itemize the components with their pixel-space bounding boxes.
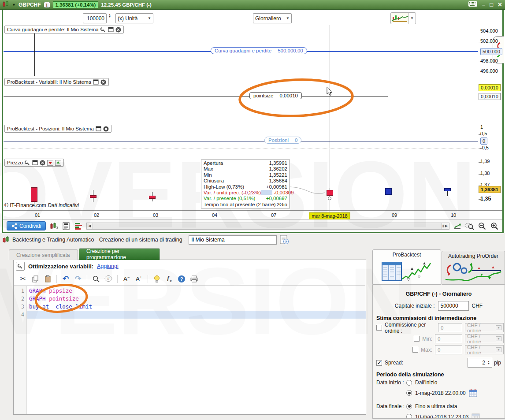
chart-type-button[interactable]: ▼ xyxy=(390,12,416,24)
code-argument: pipsize xyxy=(49,287,72,294)
optimization-wrench-button[interactable] xyxy=(16,262,25,271)
commission-value-input[interactable]: 0 xyxy=(435,345,462,354)
commission-row: Min:0CHF / ordine▼ xyxy=(376,333,505,344)
start-date-radio[interactable] xyxy=(406,390,412,396)
search-icon[interactable] xyxy=(91,274,101,284)
zoom-selection-icon[interactable] xyxy=(465,222,474,230)
quantity-input[interactable]: 100000 xyxy=(83,13,107,23)
window-icon[interactable] xyxy=(108,27,114,32)
unit-select[interactable]: (x) Unità▼ xyxy=(115,13,153,23)
end-date-radio[interactable] xyxy=(406,414,412,419)
code-line[interactable] xyxy=(27,311,366,319)
editor-toolbar: ✂↶↷//A−A+ƒx? xyxy=(14,272,365,286)
window-icon[interactable] xyxy=(96,126,101,131)
zoom-in-icon[interactable] xyxy=(490,222,499,230)
variables-crosshair-tag: 0,00010 xyxy=(479,84,501,91)
tab-probacktest[interactable]: ProBacktest xyxy=(372,249,441,285)
commission-checkbox[interactable] xyxy=(376,325,382,331)
tooltip-row: Var. / unità prec. (-0,23%)-0,00309 xyxy=(201,190,290,196)
minimize-button[interactable]: – xyxy=(482,2,485,8)
commission-value-input[interactable]: 0 xyxy=(435,334,462,343)
end-date-value: 10-mag-2018 12.23.03 xyxy=(415,414,468,419)
copy-icon[interactable] xyxy=(30,274,41,284)
tab-simplified-creation[interactable]: Creazione semplificata xyxy=(9,249,78,260)
tooltip-row: Max1,36202 xyxy=(201,166,290,172)
share-button[interactable]: Condividi xyxy=(7,221,46,230)
close-panel-icon[interactable] xyxy=(40,160,45,166)
font-smaller-icon[interactable]: A− xyxy=(121,274,132,284)
cut-icon[interactable]: ✂ xyxy=(18,274,28,284)
spread-stepper[interactable]: ▲▼ xyxy=(487,361,490,365)
font-larger-icon[interactable]: A+ xyxy=(134,274,144,284)
tooltip-row-value: 1,35991 xyxy=(269,160,287,166)
add-variable-link[interactable]: Aggiungi xyxy=(97,263,119,269)
wrench-icon[interactable] xyxy=(25,160,30,166)
maximize-button[interactable]: □ xyxy=(490,2,493,8)
positions-axis-label: 0 xyxy=(480,138,487,145)
tooltip-row-value: 1,35684 xyxy=(269,178,287,184)
close-panel-icon[interactable] xyxy=(100,79,106,85)
calendar-icon[interactable] xyxy=(469,389,477,397)
zoom-out-icon[interactable] xyxy=(478,222,486,230)
candle-body xyxy=(31,187,37,202)
info-icon[interactable]: i xyxy=(44,2,50,8)
chart-type-caret[interactable]: ▼ xyxy=(408,13,415,24)
tab-programming-creation[interactable]: Creazione per programmazione xyxy=(79,248,160,260)
paste-icon[interactable] xyxy=(42,274,53,284)
x-axis-strip xyxy=(3,210,502,219)
scroll-right-arrow[interactable]: ▶ xyxy=(444,224,449,228)
code-line[interactable]: GRAPH pointsize xyxy=(27,295,366,303)
news-icon[interactable] xyxy=(62,222,71,230)
commission-unit-select[interactable]: CHF / ordine▼ xyxy=(465,334,504,343)
equity-start-marker xyxy=(34,27,35,76)
candle-marker xyxy=(328,197,331,200)
volume-profile-icon[interactable] xyxy=(74,222,83,230)
window-icon[interactable] xyxy=(93,79,99,85)
spread-checkbox[interactable]: ✓ xyxy=(376,360,382,366)
initial-capital-input[interactable] xyxy=(438,301,469,311)
close-panel-icon[interactable] xyxy=(103,126,109,132)
buy-arrow-icon[interactable] xyxy=(55,160,61,166)
code-line[interactable]: buy at -close limit xyxy=(27,303,366,311)
backtest-window-icon xyxy=(3,236,9,243)
help-icon[interactable]: ? xyxy=(176,274,187,284)
comment-icon[interactable]: // xyxy=(103,274,114,284)
equity-panel-header: Curva guadagni e perdite: Il Mio Sistema xyxy=(4,26,124,33)
horizontal-scrollbar[interactable]: ◀ ▮ ▶ xyxy=(86,223,449,230)
keyboard-icon[interactable] xyxy=(468,1,478,8)
close-panel-icon[interactable] xyxy=(115,27,121,33)
hint-icon[interactable] xyxy=(152,274,162,284)
tab-autotrading-proorder[interactable]: Autotrading ProOrder xyxy=(442,251,505,285)
commission-unit-select[interactable]: CHF / ordine▼ xyxy=(465,345,504,354)
commission-unit-select[interactable]: CHF / ordine▼ xyxy=(465,323,504,332)
code-line[interactable]: GRAPH pipsize xyxy=(27,287,366,295)
code-keyword: GRAPH xyxy=(29,287,49,294)
min-checkbox[interactable] xyxy=(414,336,420,342)
window-icon[interactable] xyxy=(32,160,38,165)
scrollbar-thumb[interactable] xyxy=(93,223,442,229)
timeframe-select[interactable]: Giornaliero▼ xyxy=(253,13,292,23)
max-checkbox[interactable] xyxy=(412,347,418,353)
x-axis-label: 09 xyxy=(392,212,397,218)
commission-value-input[interactable]: 0 xyxy=(438,323,462,332)
undo-icon[interactable]: ↶ xyxy=(60,274,71,284)
commission-row: Commissione per ordine :0CHF / ordine▼ xyxy=(376,322,505,333)
system-name-input[interactable] xyxy=(189,235,277,245)
end-until-last-radio[interactable] xyxy=(406,404,412,409)
candle-body xyxy=(444,188,451,191)
wrench-icon[interactable] xyxy=(100,27,106,33)
redo-icon[interactable]: ↷ xyxy=(73,274,83,284)
pan-mode-icon[interactable] xyxy=(453,222,462,230)
help-doc-icon[interactable]: ? xyxy=(280,235,289,245)
scroll-left-arrow[interactable]: ◀ xyxy=(87,224,92,228)
start-from-beginning-radio[interactable] xyxy=(406,380,412,386)
sell-arrow-icon[interactable] xyxy=(47,160,53,166)
tooltip-row-label: Max xyxy=(204,166,213,172)
print-icon[interactable] xyxy=(189,274,199,284)
close-button[interactable]: ✕ xyxy=(498,2,502,8)
spread-input[interactable]: 2 ▲▼ xyxy=(468,358,492,368)
function-icon[interactable]: ƒx xyxy=(164,274,175,284)
instrument-dropdown-caret[interactable]: ▼ xyxy=(12,3,16,7)
quantity-stepper[interactable]: ▲▼ xyxy=(108,14,111,18)
compare-instrument-icon[interactable] xyxy=(49,222,58,230)
